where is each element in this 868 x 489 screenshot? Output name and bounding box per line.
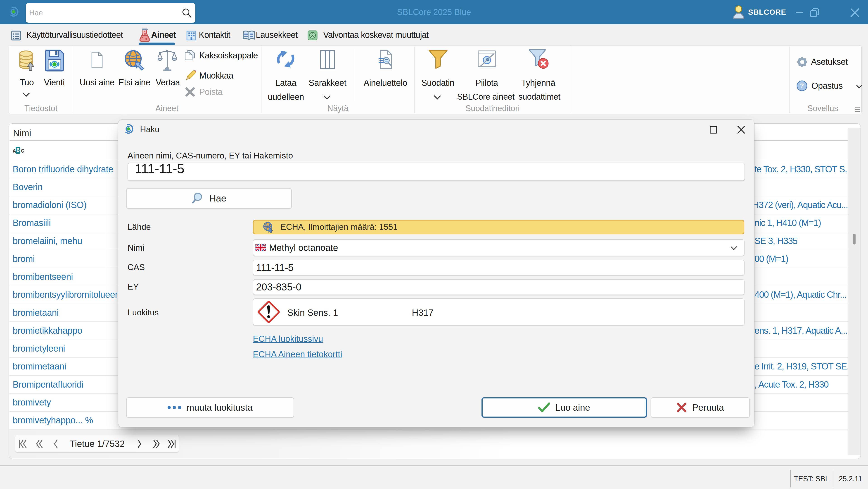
svg-text:?: ? [800,82,804,89]
